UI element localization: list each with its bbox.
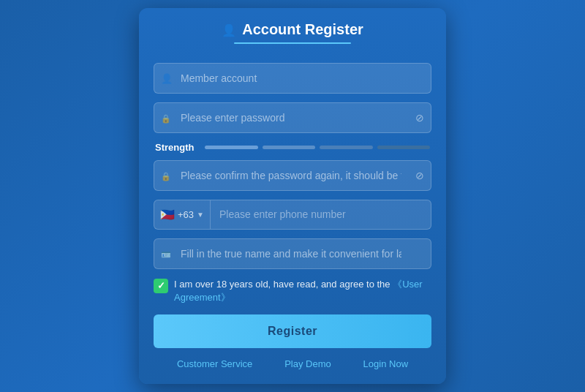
agreement-text: I am over 18 years old, have read, and a… — [174, 278, 431, 304]
register-modal: Account Register Strength — [139, 8, 446, 384]
footer-links: Customer Service Play Demo Login Now — [154, 348, 431, 372]
register-button[interactable]: Register — [154, 314, 431, 348]
play-demo-link[interactable]: Play Demo — [284, 358, 331, 369]
real-name-input[interactable] — [154, 238, 431, 269]
agreement-row: ✓ I am over 18 years old, have read, and… — [154, 278, 431, 304]
strength-bars — [205, 146, 430, 149]
strength-bar-1 — [205, 146, 258, 149]
strength-bar-3 — [320, 146, 373, 149]
country-code-selector[interactable]: 🇵🇭 +63 ▼ — [154, 200, 211, 229]
phone-container: 🇵🇭 +63 ▼ — [154, 200, 431, 230]
strength-row: Strength — [154, 142, 431, 153]
header-underline — [234, 42, 351, 44]
confirm-password-toggle-icon[interactable] — [415, 169, 424, 182]
member-account-input[interactable] — [154, 63, 431, 94]
confirm-password-lock-icon — [161, 170, 171, 181]
customer-service-link[interactable]: Customer Service — [177, 358, 252, 369]
confirm-password-input[interactable] — [154, 160, 431, 191]
checkbox-check-icon: ✓ — [157, 280, 165, 291]
password-group — [154, 102, 431, 133]
real-name-icon — [161, 248, 171, 260]
password-toggle-icon[interactable] — [415, 111, 424, 124]
header-user-icon — [222, 21, 236, 38]
modal-title: Account Register — [154, 21, 431, 38]
phone-input[interactable] — [211, 200, 431, 229]
confirm-password-group — [154, 160, 431, 191]
strength-label: Strength — [155, 142, 199, 153]
login-now-link[interactable]: Login Now — [363, 358, 408, 369]
country-code-text: +63 — [178, 209, 194, 220]
modal-body: Strength 🇵🇭 +63 ▼ — [139, 54, 446, 384]
agreement-checkbox[interactable]: ✓ — [154, 279, 168, 293]
strength-bar-2 — [263, 146, 316, 149]
strength-bar-4 — [377, 146, 431, 149]
member-account-icon — [161, 72, 173, 84]
modal-header: Account Register — [139, 8, 446, 54]
password-input[interactable] — [154, 102, 431, 133]
password-lock-icon — [161, 112, 171, 124]
real-name-group — [154, 238, 431, 269]
dropdown-chevron-icon: ▼ — [197, 211, 204, 219]
flag-icon: 🇵🇭 — [160, 208, 175, 222]
member-account-group — [154, 63, 431, 94]
phone-group: 🇵🇭 +63 ▼ — [154, 200, 431, 230]
